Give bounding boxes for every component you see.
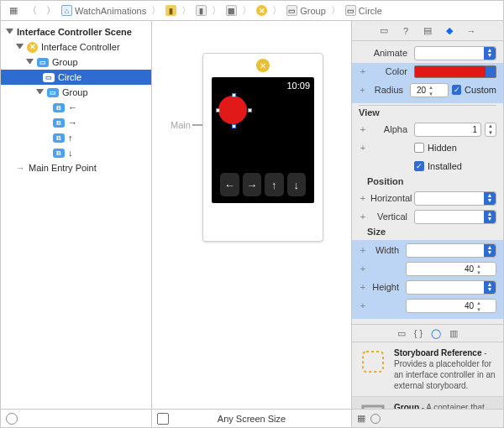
horizontal-label: Horizontal xyxy=(370,193,411,203)
outline-label: Circle xyxy=(58,72,81,82)
width-mode-select[interactable]: Fixed▲▼ xyxy=(406,243,496,258)
outline-tree[interactable]: Interface Controller Scene ✕Interface Co… xyxy=(1,21,151,409)
outline-btn-down[interactable]: B↓ xyxy=(1,145,151,160)
attributes-inspector-tab[interactable]: ◆ xyxy=(442,23,457,39)
height-value: 40 xyxy=(465,301,474,311)
canvas-panel: Main ✕ 10:09 ← → ↑ ↓ xyxy=(152,21,352,427)
outline-label: ↓ xyxy=(68,148,73,158)
hidden-checkbox[interactable] xyxy=(414,143,424,153)
button-icon: B xyxy=(53,149,65,158)
outline-btn-up[interactable]: B↑ xyxy=(1,130,151,145)
circle-crumb-icon: ▭ xyxy=(345,5,356,16)
screen-size-label[interactable]: Any Screen Size xyxy=(218,414,286,424)
project-icon: ⌂ xyxy=(61,5,72,16)
group-crumb-icon: ▭ xyxy=(286,5,297,16)
crumb-file[interactable]: ▮ xyxy=(196,5,207,16)
custom-label: Custom xyxy=(465,85,496,95)
outline-group[interactable]: ▭Group xyxy=(1,55,151,70)
resize-handle[interactable] xyxy=(232,93,236,97)
scene-dot-icon[interactable]: ✕ xyxy=(256,59,270,72)
object-library[interactable]: Storyboard Reference - Provides a placeh… xyxy=(352,342,503,409)
back-button[interactable]: 〈 xyxy=(24,3,39,18)
crumb-group[interactable]: ▭Group xyxy=(286,5,326,16)
horizontal-select[interactable]: Left▲▼ xyxy=(414,191,496,206)
file-icon: ▮ xyxy=(196,5,207,16)
outline-label: Group xyxy=(62,87,88,97)
outline-entry[interactable]: →Main Entry Point xyxy=(1,160,151,175)
lib-item-group[interactable]: Group - A container that manages the lay… xyxy=(352,397,503,409)
watch-button-left[interactable]: ← xyxy=(220,173,239,196)
lib-file-tab[interactable]: ▭ xyxy=(397,328,406,339)
folder-icon: ▮ xyxy=(165,5,176,16)
lib-media-tab[interactable]: ▥ xyxy=(449,328,458,339)
resize-handle[interactable] xyxy=(216,108,220,112)
connections-inspector-tab[interactable]: → xyxy=(464,23,479,39)
outline-btn-right[interactable]: B→ xyxy=(1,115,151,130)
crumb-project[interactable]: ⌂WatchAnimations xyxy=(61,5,146,16)
filter-icon[interactable] xyxy=(6,413,18,425)
alpha-stepper[interactable]: ▲▼ xyxy=(485,123,496,137)
resize-handle[interactable] xyxy=(248,108,252,112)
canvas-footer: Any Screen Size xyxy=(152,409,351,427)
outline-label: → xyxy=(68,117,77,128)
resize-handle[interactable] xyxy=(232,124,236,128)
canvas[interactable]: Main ✕ 10:09 ← → ↑ ↓ xyxy=(152,21,351,409)
crumb-folder[interactable]: ▮ xyxy=(165,5,176,16)
crumb-circle[interactable]: ▭Circle xyxy=(345,5,382,16)
watch-device[interactable]: ✕ 10:09 ← → ↑ ↓ xyxy=(202,53,323,242)
lib-object-tab[interactable]: ◯ xyxy=(431,328,441,339)
color-swatch[interactable] xyxy=(414,65,496,78)
breadcrumb-bar: ▦ 〈 〉 ⌂WatchAnimations 〉 ▮ 〉 ▮ 〉 ▦ 〉 ✕ 〉… xyxy=(1,1,503,21)
group-icon: ▭ xyxy=(43,73,55,82)
alpha-label: Alpha xyxy=(370,124,411,134)
width-mode: Fixed xyxy=(410,246,430,255)
related-items-icon[interactable]: ▦ xyxy=(6,3,21,18)
inspector-tabs: ▭ ? ▤ ◆ → xyxy=(352,21,503,41)
alpha-field[interactable]: 1 xyxy=(414,123,481,137)
grid-view-icon[interactable]: ▦ xyxy=(357,413,365,424)
watch-button-down[interactable]: ↓ xyxy=(287,173,307,196)
help-inspector-tab[interactable]: ? xyxy=(398,23,413,39)
crumb-label: WatchAnimations xyxy=(75,6,146,16)
vertical-select[interactable]: Top▲▼ xyxy=(414,210,496,224)
outline-scene[interactable]: Interface Controller Scene xyxy=(1,24,151,39)
outline-toggle-icon[interactable] xyxy=(157,413,169,425)
lib-item-storyboard[interactable]: Storyboard Reference - Provides a placeh… xyxy=(352,342,503,397)
outline-btn-left[interactable]: B← xyxy=(1,100,151,115)
lib-code-tab[interactable]: { } xyxy=(414,328,423,338)
crumb-label: Circle xyxy=(359,6,382,16)
outline-circle[interactable]: ▭Circle xyxy=(1,70,151,85)
watch-button-right[interactable]: → xyxy=(243,173,262,196)
alpha-value: 1 xyxy=(472,125,477,134)
outline-group-2[interactable]: ▭Group xyxy=(1,85,151,100)
height-label: Height xyxy=(370,282,402,292)
forward-button[interactable]: 〉 xyxy=(43,3,58,18)
installed-checkbox[interactable]: ✓ xyxy=(414,161,424,171)
crumb-storyboard[interactable]: ▦ xyxy=(226,5,237,16)
height-field[interactable]: 40▲▼ xyxy=(406,299,496,313)
width-field[interactable]: 40▲▼ xyxy=(406,262,496,276)
crumb-scene[interactable]: ✕ xyxy=(256,5,267,16)
attributes-section: AnimateNo▲▼ +Color +Radius20▲▼✓Custom Vi… xyxy=(352,41,503,324)
custom-checkbox[interactable]: ✓ xyxy=(452,85,461,95)
identity-inspector-tab[interactable]: ▤ xyxy=(420,23,435,39)
button-icon: B xyxy=(53,133,65,143)
outline-controller[interactable]: ✕Interface Controller xyxy=(1,39,151,55)
animate-select[interactable]: No▲▼ xyxy=(414,46,496,60)
radius-field[interactable]: 20▲▼ xyxy=(410,83,449,97)
width-label: Width xyxy=(370,245,402,255)
color-label: Color xyxy=(370,66,411,76)
file-inspector-tab[interactable]: ▭ xyxy=(376,23,391,39)
scene-icon: ✕ xyxy=(256,5,267,16)
height-mode: Fixed xyxy=(410,283,430,292)
height-mode-select[interactable]: Fixed▲▼ xyxy=(406,280,496,295)
watch-button-up[interactable]: ↑ xyxy=(265,173,284,196)
device-header: ✕ xyxy=(203,54,323,77)
button-row: ← → ↑ ↓ xyxy=(220,173,306,196)
circle-shape[interactable] xyxy=(218,96,247,124)
crumb-label: Group xyxy=(300,6,326,16)
radius-label: Radius xyxy=(370,85,407,95)
filter-lib-icon[interactable] xyxy=(370,414,381,424)
group-icon: ▭ xyxy=(47,88,59,97)
clock-label: 10:09 xyxy=(286,81,310,91)
